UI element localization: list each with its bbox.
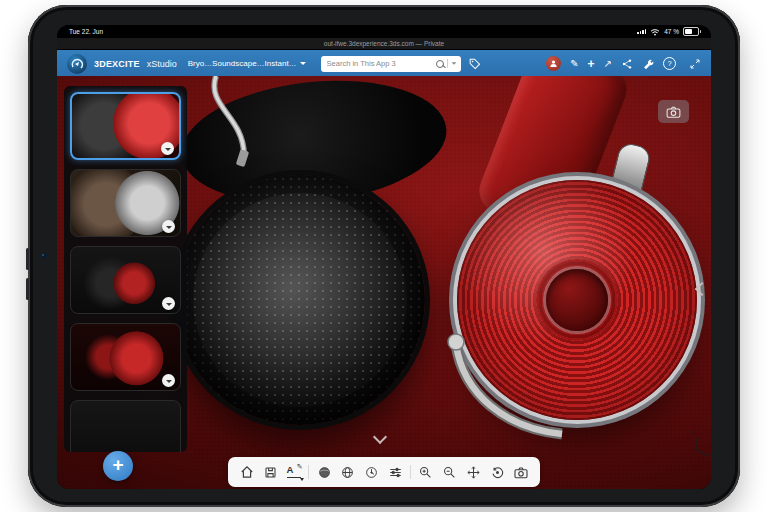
tag-icon[interactable]: [468, 57, 481, 70]
thumbnail-headphones-red-black[interactable]: [70, 92, 181, 160]
thumbnail-headphones-red[interactable]: [70, 323, 181, 391]
axis-indicator: z y: [687, 426, 711, 460]
edit-icon[interactable]: ✎: [570, 59, 578, 69]
share-icon[interactable]: ↗: [604, 59, 612, 69]
toolbar-separator: [410, 465, 411, 479]
thumbnail-expand-chevron[interactable]: [162, 220, 175, 233]
headphone-cushion: [175, 175, 425, 425]
3ds-compass-logo[interactable]: [67, 54, 87, 74]
thumbnail-headphones-partial[interactable]: [70, 400, 181, 452]
pan-arrows-icon: [466, 465, 481, 480]
search-divider: [447, 59, 448, 68]
orbit-button[interactable]: [488, 461, 506, 483]
camera-icon: [513, 465, 529, 480]
headphone-red-earcup: [457, 180, 697, 420]
document-title-dropdown[interactable]: Bryo…Soundscape…Instant…: [188, 59, 306, 68]
svg-text:z: z: [689, 428, 694, 437]
navigation-compass-button[interactable]: [363, 461, 381, 483]
status-datetime: Tue 22. Jun: [69, 28, 103, 35]
thumbnail-headphones-dark[interactable]: [70, 246, 181, 314]
annotate-button[interactable]: A ✎: [286, 462, 303, 482]
user-avatar[interactable]: [546, 56, 561, 71]
variant-sidebar[interactable]: [64, 86, 187, 452]
snapshot-overlay-button[interactable]: [658, 100, 689, 123]
toolbar-separator: [308, 465, 309, 479]
battery-icon: [683, 27, 699, 36]
search-box[interactable]: [321, 56, 461, 72]
volume-up-button: [26, 248, 29, 270]
wifi-icon: [650, 28, 660, 36]
app-bar: 3DEXCITE xStudio Bryo…Soundscape…Instant…: [57, 50, 711, 77]
compass-logo-icon: [69, 56, 85, 72]
search-icon: [436, 60, 444, 68]
zoom-in-button[interactable]: [417, 461, 435, 483]
front-camera: [41, 253, 47, 259]
thumbnail-expand-chevron[interactable]: [162, 374, 175, 387]
address-text: out-ifwe.3dexperience.3ds.com — Private: [324, 40, 444, 47]
collaborate-nodes-icon[interactable]: [621, 58, 633, 70]
fullscreen-icon[interactable]: [689, 58, 701, 70]
pencil-icon: ✎: [297, 463, 303, 471]
svg-text:y: y: [709, 452, 711, 460]
pan-button[interactable]: [464, 461, 482, 483]
camera-icon: [666, 106, 681, 118]
home-icon: [239, 464, 255, 480]
save-button[interactable]: [262, 461, 280, 483]
annotate-letter: A: [287, 464, 294, 475]
globe-icon: [340, 465, 355, 480]
home-button[interactable]: [238, 461, 256, 483]
brand-name: 3DEXCITE: [94, 59, 140, 69]
environment-button[interactable]: [339, 461, 357, 483]
person-icon: [549, 59, 558, 68]
shading-mode-button[interactable]: [315, 461, 333, 483]
earcup-center-cap: [546, 269, 608, 331]
add-variant-fab[interactable]: +: [103, 451, 133, 481]
browser-address-bar[interactable]: out-ifwe.3dexperience.3ds.com — Private: [57, 38, 711, 50]
plus-icon: +: [112, 454, 123, 476]
save-icon: [263, 465, 278, 480]
appbar-actions: ✎ + ↗ ?: [546, 56, 701, 71]
shaded-sphere-icon: [317, 465, 332, 480]
add-icon[interactable]: +: [588, 58, 595, 70]
sliders-icon: [388, 465, 403, 480]
battery-percent: 47 %: [664, 28, 679, 35]
status-bar: Tue 22. Jun 47 %: [57, 25, 711, 38]
compass-icon: [364, 465, 379, 480]
thumbnail-headphones-grey-brown[interactable]: [70, 169, 181, 237]
orbit-icon: [490, 465, 505, 480]
cellular-icon: [637, 29, 646, 34]
status-icons: 47 %: [637, 27, 699, 36]
document-title: Bryo…Soundscape…Instant…: [188, 59, 297, 68]
snapshot-button[interactable]: [512, 461, 530, 483]
app-name: xStudio: [147, 59, 177, 69]
help-icon[interactable]: ?: [663, 57, 676, 70]
search-scope-chevron-icon[interactable]: [451, 62, 456, 64]
volume-down-button: [26, 278, 29, 300]
settings-sliders-button[interactable]: [386, 461, 404, 483]
tools-wrench-icon[interactable]: [642, 58, 654, 70]
viewport-chevron-down[interactable]: [373, 430, 387, 444]
zoom-out-icon: [442, 465, 457, 480]
zoom-in-icon: [418, 465, 433, 480]
thumbnail-expand-chevron[interactable]: [161, 142, 174, 155]
tablet-screen: Tue 22. Jun 47 % out-ifwe.3dexperience.3…: [57, 25, 711, 489]
search-input[interactable]: [325, 58, 433, 69]
zoom-out-button[interactable]: [441, 461, 459, 483]
chevron-down-icon: [300, 62, 306, 65]
page: Tue 22. Jun 47 % out-ifwe.3dexperience.3…: [0, 0, 768, 512]
viewer-toolbar: A ✎: [228, 457, 540, 487]
panel-collapse-chevron-right[interactable]: [695, 282, 709, 296]
thumbnail-expand-chevron[interactable]: [162, 297, 175, 310]
